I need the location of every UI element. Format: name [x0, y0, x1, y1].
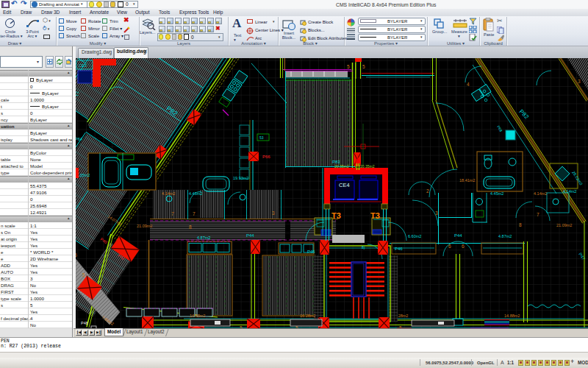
svg-text:CE3: CE3	[79, 63, 87, 68]
svg-text:2: 2	[426, 188, 429, 194]
svg-text:P44: P44	[454, 233, 462, 238]
svg-text:6: 6	[448, 244, 451, 249]
svg-text:21.09m2: 21.09m2	[556, 223, 572, 227]
svg-text:P48: P48	[81, 321, 88, 325]
svg-text:P46: P46	[307, 250, 315, 254]
svg-text:21.09m2: 21.09m2	[137, 224, 152, 228]
svg-text:5: 5	[347, 64, 350, 69]
svg-text:7: 7	[537, 212, 539, 217]
svg-text:4.14m2: 4.14m2	[162, 191, 175, 196]
svg-text:T3: T3	[331, 211, 341, 220]
svg-text:8: 8	[519, 222, 522, 227]
svg-text:7: 7	[193, 211, 196, 216]
svg-text:CE4: CE4	[339, 182, 350, 188]
svg-text:T3: T3	[370, 211, 380, 220]
svg-text:14.88m2: 14.88m2	[190, 314, 205, 318]
svg-text:16.28m2: 16.28m2	[300, 314, 315, 318]
svg-text:5: 5	[362, 64, 365, 69]
svg-text:P64: P64	[76, 137, 82, 141]
svg-text:3: 3	[435, 210, 438, 216]
svg-text:20.35m2: 20.35m2	[334, 164, 349, 169]
svg-text:53: 53	[259, 135, 264, 140]
svg-text:8): 8)	[362, 245, 365, 250]
svg-text:4.87m2: 4.87m2	[197, 236, 210, 240]
svg-text:14.88m2: 14.88m2	[504, 314, 520, 318]
svg-text:4: 4	[467, 82, 470, 87]
svg-text:4.45m2: 4.45m2	[189, 191, 202, 196]
svg-text:6: 6	[462, 244, 465, 249]
svg-text:P44: P44	[246, 233, 254, 238]
svg-text:7: 7	[171, 211, 174, 216]
svg-text:4.45m2: 4.45m2	[490, 191, 503, 196]
svg-text:P46: P46	[395, 247, 403, 251]
svg-text:18.41m2: 18.41m2	[459, 178, 475, 183]
svg-text:3: 3	[578, 79, 581, 84]
svg-text:19.93m2: 19.93m2	[233, 176, 248, 180]
svg-text:20.35m2: 20.35m2	[360, 164, 375, 169]
svg-text:3: 3	[272, 210, 275, 216]
svg-text:4.87m2: 4.87m2	[498, 234, 512, 238]
svg-text:6.60m2: 6.60m2	[408, 234, 421, 238]
svg-text:8: 8	[189, 224, 192, 230]
svg-text:5: 5	[82, 272, 85, 277]
svg-text:P66: P66	[262, 155, 270, 159]
svg-text:T2: T2	[76, 91, 79, 96]
svg-text:4.14m2: 4.14m2	[534, 191, 547, 196]
